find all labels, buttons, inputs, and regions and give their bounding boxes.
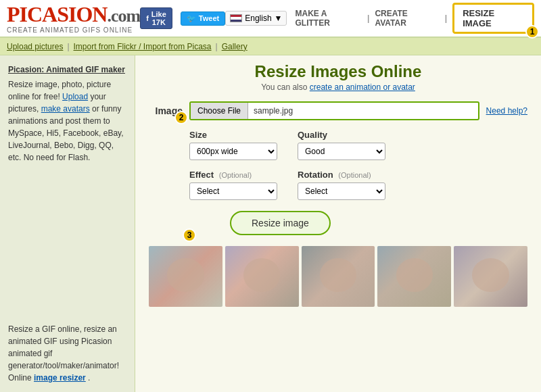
logo-area: PICASION.com CREATE ANIMATED GIFS ONLINE (7, 3, 140, 34)
thumb-face-2 (243, 258, 280, 292)
header: PICASION.com CREATE ANIMATED GIFS ONLINE… (0, 0, 541, 38)
thumbnail-2 (225, 246, 299, 307)
sidebar-avatars-link[interactable]: make avatars (41, 104, 90, 114)
controls-row: Size 600px wide 100px wide 200px wide 32… (149, 130, 527, 160)
thumbnail-3 (302, 246, 375, 307)
rotation-control: Rotation (Optional) Select 90° 180° 270° (298, 170, 385, 200)
language-selector[interactable]: English ▼ (225, 11, 287, 26)
page-subtitle: You can also create an animation or avat… (149, 82, 527, 92)
flag-icon (230, 14, 242, 22)
logo-picasion: PICASION (7, 2, 107, 26)
chevron-down-icon: ▼ (275, 14, 283, 23)
nav-links: MAKE A GLITTER | CREATE AVATAR | RESIZE … (295, 3, 534, 34)
sub-navigation: Upload pictures | Import from Flickr / I… (0, 38, 541, 55)
fb-label: Like 17K (151, 10, 166, 26)
subtitle-link[interactable]: create an animation or avatar (310, 82, 415, 92)
thumbnail-5 (454, 246, 527, 307)
tw-label: Tweet (199, 14, 219, 22)
quality-label: Quality (298, 130, 385, 140)
content-area: Resize Images Online You can also create… (135, 55, 541, 392)
nav-avatar-link[interactable]: CREATE AVATAR (375, 9, 439, 28)
rotation-label: Rotation (Optional) (298, 170, 385, 180)
facebook-like-button[interactable]: f Like 17K (140, 7, 172, 29)
thumb-face-1 (167, 258, 204, 292)
sidebar: Picasion: Animated GIF maker Resize imag… (0, 55, 135, 392)
gallery-link[interactable]: Gallery (222, 42, 248, 51)
sidebar-image-resizer-link[interactable]: image resizer (34, 373, 86, 383)
logo-dot-com: .com (107, 6, 140, 26)
fb-icon: f (146, 14, 149, 22)
header-middle: f Like 17K 🐦 Tweet (140, 7, 225, 29)
lang-label: English (245, 14, 271, 23)
main-layout: Picasion: Animated GIF maker Resize imag… (0, 55, 541, 392)
file-input-area: Choose File sample.jpg (189, 101, 479, 120)
flickr-picasa-link[interactable]: Import from Flickr / Import from Picasa (74, 42, 212, 51)
badge-2: 2 (174, 111, 188, 124)
effect-label: Effect (Optional) (189, 170, 277, 180)
resize-image-button[interactable]: Resize image (230, 211, 331, 235)
header-right: English ▼ MAKE A GLITTER | CREATE AVATAR… (225, 3, 534, 34)
thumbnail-1 (149, 246, 222, 307)
logo[interactable]: PICASION.com (7, 3, 140, 25)
page-title: Resize Images Online (149, 62, 527, 81)
effect-label-text: Effect (189, 170, 214, 180)
thumb-face-4 (396, 258, 433, 292)
subnav-sep: | (67, 42, 69, 51)
badge-1: 1 (525, 25, 539, 39)
nav-glitter-link[interactable]: MAKE A GLITTER (295, 9, 362, 28)
rotation-select[interactable]: Select 90° 180° 270° (298, 182, 385, 200)
upload-pictures-link[interactable]: Upload pictures (7, 42, 63, 51)
effect-optional: (Optional) (219, 171, 252, 179)
twitter-icon: 🐦 (187, 14, 196, 23)
size-label: Size (189, 130, 277, 140)
sidebar-title: Picasion: Animated GIF maker (8, 64, 126, 76)
sidebar-description: Picasion: Animated GIF maker Resize imag… (8, 64, 126, 164)
choose-file-button[interactable]: Choose File (191, 103, 248, 119)
sidebar-bottom-text2: . (88, 373, 90, 383)
nav-sep-2: | (445, 14, 447, 23)
nav-sep-1: | (367, 14, 369, 23)
thumbnails-area (149, 246, 527, 307)
size-control: Size 600px wide 100px wide 200px wide 32… (189, 130, 277, 160)
thumb-face-5 (472, 258, 509, 292)
subtitle-text: You can also (261, 82, 307, 92)
image-label: Image 2 (149, 105, 183, 116)
sidebar-bottom-text: Resize a GIF online, resize an animated … (8, 323, 126, 384)
effect-rotation-row: Effect (Optional) Select Grayscale Sepia… (149, 170, 527, 200)
rotation-optional: (Optional) (338, 171, 371, 179)
logo-subtitle: CREATE ANIMATED GIFS ONLINE (7, 26, 140, 34)
file-name-display: sample.jpg (248, 103, 478, 119)
need-help-link[interactable]: Need help? (486, 106, 527, 116)
resize-image-header-button[interactable]: RESIZE IMAGE 1 (452, 3, 534, 34)
effect-select[interactable]: Select Grayscale Sepia Blur Sharpen (189, 182, 277, 200)
twitter-tweet-button[interactable]: 🐦 Tweet (181, 11, 225, 26)
subnav-sep-2: | (216, 42, 218, 51)
quality-control: Quality Low Good High Best (298, 130, 385, 160)
thumbnail-4 (377, 246, 451, 307)
sidebar-upload-link[interactable]: Upload (62, 92, 88, 101)
thumb-face-3 (320, 258, 356, 292)
rotation-label-text: Rotation (298, 170, 333, 180)
image-upload-row: Image 2 Choose File sample.jpg Need help… (149, 101, 527, 120)
quality-select[interactable]: Low Good High Best (298, 143, 385, 160)
effect-control: Effect (Optional) Select Grayscale Sepia… (189, 170, 277, 200)
badge-3: 3 (183, 228, 196, 242)
size-select[interactable]: 600px wide 100px wide 200px wide 320px w… (189, 143, 277, 160)
resize-header-label: RESIZE IMAGE (463, 8, 494, 28)
